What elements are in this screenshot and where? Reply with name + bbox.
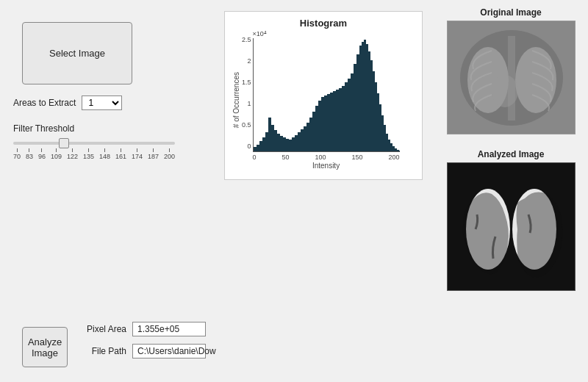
tick-109: 109: [51, 148, 62, 160]
file-path-label: File Path: [75, 346, 126, 356]
areas-to-extract-label: Areas to Extract: [13, 98, 76, 108]
svg-rect-25: [327, 94, 330, 152]
svg-rect-2: [259, 141, 262, 152]
y-tick-25: 2.5: [242, 36, 251, 43]
svg-rect-42: [373, 71, 375, 152]
svg-rect-9: [280, 136, 283, 152]
svg-rect-18: [306, 123, 309, 152]
svg-rect-10: [283, 137, 286, 152]
svg-rect-43: [375, 82, 377, 152]
tick-135: 135: [83, 148, 94, 160]
pixel-area-label: Pixel Area: [75, 324, 126, 334]
svg-rect-26: [330, 93, 333, 152]
svg-rect-0: [254, 147, 257, 152]
y-tick-15: 1.5: [242, 79, 251, 86]
y-scale-label: ×10⁴: [253, 30, 415, 37]
x-tick-150: 150: [351, 154, 362, 161]
histogram-svg: [253, 38, 400, 152]
svg-rect-51: [392, 146, 395, 152]
svg-rect-24: [324, 96, 327, 152]
svg-rect-6: [271, 125, 274, 152]
pixel-area-value: 1.355e+05: [132, 322, 206, 336]
tick-96: 96: [38, 148, 46, 160]
select-image-button[interactable]: Select Image: [22, 22, 132, 84]
x-tick-200: 200: [388, 154, 399, 161]
tick-70: 70: [13, 148, 21, 160]
svg-rect-52: [395, 148, 397, 152]
svg-rect-53: [397, 150, 399, 152]
svg-rect-48: [386, 134, 388, 152]
svg-rect-37: [362, 42, 364, 152]
svg-rect-12: [289, 140, 292, 152]
analyzed-image-label: Analyzed Image: [478, 149, 545, 159]
analyzed-image-panel: Analyzed Image: [441, 149, 581, 291]
y-axis-label: # of Occurrences: [232, 72, 240, 128]
svg-rect-50: [390, 143, 392, 152]
analyzed-image: [447, 162, 576, 291]
svg-rect-1: [257, 145, 259, 152]
tick-200: 200: [164, 148, 175, 160]
x-tick-50: 50: [282, 154, 290, 161]
svg-rect-20: [312, 112, 315, 152]
svg-rect-44: [377, 93, 379, 152]
svg-rect-49: [388, 140, 390, 152]
svg-point-58: [515, 47, 556, 113]
y-tick-0: 0: [248, 143, 251, 150]
x-axis-label: Intensity: [253, 162, 400, 170]
svg-rect-36: [359, 46, 362, 152]
svg-rect-27: [333, 91, 336, 152]
tick-122: 122: [67, 148, 78, 160]
svg-rect-13: [292, 137, 295, 152]
svg-rect-29: [339, 88, 342, 152]
tick-187: 187: [148, 148, 159, 160]
filter-threshold-slider[interactable]: [13, 142, 175, 145]
original-image: [447, 21, 576, 134]
filter-threshold-label: Filter Threshold: [13, 123, 206, 134]
svg-rect-8: [277, 134, 280, 152]
svg-rect-54: [399, 151, 400, 152]
svg-rect-46: [381, 115, 384, 152]
svg-rect-3: [262, 137, 265, 152]
svg-rect-30: [342, 86, 345, 152]
histogram-title: Histogram: [232, 18, 415, 29]
svg-point-60: [492, 75, 518, 107]
original-image-panel: Original Image: [441, 7, 581, 134]
analyze-image-button[interactable]: Analyze Image: [22, 327, 68, 367]
svg-rect-14: [295, 135, 298, 152]
tick-83: 83: [26, 148, 33, 160]
svg-rect-39: [366, 44, 368, 152]
histogram-panel: Histogram # of Occurrences 2.5 2 1.5 1 0…: [224, 11, 423, 180]
svg-rect-38: [364, 40, 366, 152]
areas-to-extract-select[interactable]: 1 2 3 4: [82, 96, 122, 110]
svg-rect-40: [368, 51, 370, 152]
original-image-label: Original Image: [480, 7, 541, 18]
svg-rect-33: [351, 73, 354, 152]
svg-rect-32: [348, 79, 351, 152]
svg-rect-4: [265, 132, 268, 152]
tick-161: 161: [115, 148, 126, 160]
x-tick-100: 100: [315, 154, 326, 161]
svg-rect-16: [301, 129, 304, 152]
svg-rect-11: [286, 139, 289, 152]
tick-174: 174: [132, 148, 143, 160]
file-path-value: C:\Users\danie\Dow: [132, 344, 206, 358]
svg-rect-23: [321, 97, 324, 152]
svg-rect-47: [384, 125, 386, 152]
svg-rect-35: [356, 54, 359, 152]
svg-rect-31: [345, 82, 348, 152]
svg-rect-34: [354, 64, 356, 152]
svg-rect-15: [298, 132, 301, 152]
svg-rect-45: [379, 104, 381, 152]
x-tick-0: 0: [253, 154, 257, 161]
y-tick-05: 0.5: [242, 121, 251, 129]
svg-rect-22: [318, 101, 321, 152]
svg-rect-28: [336, 90, 339, 152]
y-tick-2: 2: [248, 57, 251, 65]
y-tick-1: 1: [248, 100, 251, 107]
svg-rect-17: [304, 126, 306, 152]
svg-rect-19: [309, 118, 312, 152]
svg-rect-21: [315, 106, 318, 152]
svg-rect-7: [274, 130, 277, 152]
svg-rect-5: [268, 118, 271, 152]
tick-148: 148: [99, 148, 110, 160]
